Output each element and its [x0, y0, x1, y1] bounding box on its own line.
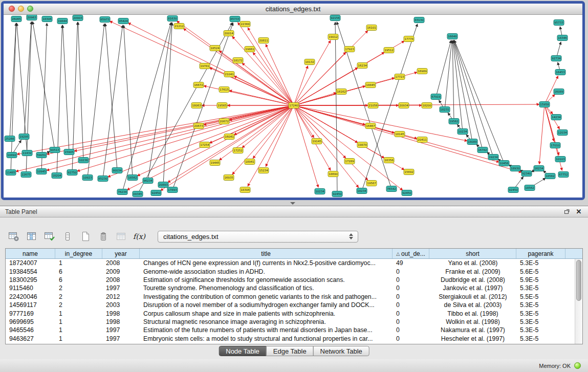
delete-table-icon[interactable] — [97, 230, 110, 243]
network-node[interactable]: 14234 — [551, 115, 561, 120]
scrollbar-thumb[interactable] — [576, 260, 581, 301]
network-node[interactable]: 17778 — [404, 36, 414, 42]
network-node[interactable]: 18231 — [440, 107, 450, 113]
network-node[interactable]: 18930 — [510, 166, 520, 171]
network-node[interactable]: 17723 — [395, 74, 405, 80]
network-node[interactable]: 18145 — [395, 132, 405, 137]
tab-node-table[interactable]: Node Table — [219, 346, 267, 356]
network-node[interactable]: 16467 — [365, 123, 376, 129]
network-node[interactable]: 17252 — [233, 148, 243, 154]
minimize-button[interactable] — [18, 6, 24, 12]
network-node[interactable]: 67752 — [558, 172, 569, 178]
network-node[interactable]: 92340 — [521, 171, 532, 177]
network-node[interactable]: 22368 — [240, 21, 250, 27]
network-node[interactable]: 18562 — [525, 185, 535, 191]
network-node[interactable]: 18306 — [42, 16, 52, 22]
network-node[interactable]: 18063 — [191, 103, 202, 108]
show-columns-icon[interactable] — [25, 230, 38, 243]
table-row[interactable]: 1872400712008Changes of HCN gene express… — [6, 259, 575, 267]
network-node[interactable]: 92450 — [151, 190, 161, 196]
network-node[interactable]: 85973 — [100, 17, 110, 23]
close-panel-icon[interactable]: ✕ — [575, 208, 583, 216]
zoom-button[interactable] — [27, 6, 33, 12]
network-node[interactable]: 10103 — [555, 157, 565, 162]
network-node[interactable]: 92450 — [332, 191, 342, 197]
network-node[interactable]: 95424 — [118, 18, 128, 24]
network-node[interactable]: 18204 — [52, 173, 62, 179]
network-node[interactable]: 17240 — [289, 103, 299, 108]
column-header-out_degree[interactable]: △out_de... — [393, 249, 429, 258]
network-node[interactable]: 15234 — [258, 168, 269, 173]
network-node[interactable]: 95733 — [554, 20, 564, 26]
network-node[interactable]: 92750 — [67, 170, 77, 176]
network-node[interactable]: 19445 — [210, 160, 220, 166]
network-node[interactable]: 18200 — [422, 103, 432, 108]
network-node[interactable]: 21041 — [224, 72, 234, 77]
network-node[interactable]: 18941 — [245, 159, 255, 165]
network-node[interactable]: 18172 — [233, 58, 243, 63]
column-icon[interactable] — [61, 230, 74, 243]
network-node[interactable]: 18845 — [365, 82, 376, 88]
network-node[interactable]: 19012 — [328, 34, 338, 40]
network-node[interactable]: 19565 — [217, 103, 227, 108]
network-node[interactable]: 16041 — [224, 134, 234, 140]
network-node[interactable]: 20903 — [73, 15, 83, 21]
table-row[interactable]: 911546021997Tourette syndrome. Phenomeno… — [6, 284, 575, 292]
network-node[interactable]: 81630 — [167, 16, 178, 21]
network-node[interactable]: 16672 — [193, 82, 204, 88]
network-node[interactable]: 19567 — [366, 181, 377, 186]
function-builder-icon[interactable]: f(x) — [133, 230, 146, 243]
network-node[interactable]: 19234 — [488, 155, 498, 160]
network-node[interactable]: 20963 — [27, 15, 37, 20]
float-panel-icon[interactable] — [562, 208, 571, 216]
network-node[interactable]: 21056 — [368, 103, 378, 108]
network-node[interactable]: 59051 — [36, 152, 47, 158]
network-node[interactable]: 15958 — [539, 102, 550, 107]
network-node[interactable]: 16101 — [366, 25, 377, 31]
network-node[interactable]: 17923 — [344, 47, 355, 52]
network-node[interactable]: 10234 — [458, 129, 468, 135]
network-node[interactable]: 16162 — [336, 89, 346, 95]
table-row[interactable]: 2242004622012Investigating the contribut… — [6, 293, 575, 301]
table-mode-icon[interactable] — [7, 230, 20, 243]
network-node[interactable]: 26065 — [11, 16, 21, 22]
network-node[interactable]: 18562 — [127, 175, 138, 181]
network-node[interactable]: 17289 — [344, 159, 355, 164]
network-node[interactable]: 17615 — [219, 87, 229, 93]
network-node[interactable]: 11432 — [22, 150, 32, 156]
tab-edge-table[interactable]: Edge Table — [266, 346, 314, 356]
network-node[interactable]: 19844 — [57, 18, 68, 24]
column-header-short[interactable]: short — [429, 249, 516, 258]
network-node[interactable]: 17254 — [200, 142, 210, 148]
network-node[interactable]: 18562 — [545, 173, 555, 179]
network-node[interactable]: 17010 — [550, 143, 560, 148]
network-node[interactable]: 16782 — [477, 147, 488, 153]
table-scrollbar[interactable] — [575, 259, 582, 344]
network-node[interactable]: 90034 — [112, 168, 122, 173]
network-node[interactable]: 15692 — [404, 169, 414, 175]
network-node[interactable]: 16089 — [554, 89, 564, 95]
network-node[interactable]: 92450 — [508, 187, 518, 193]
new-table-icon[interactable] — [79, 230, 92, 243]
network-node[interactable]: 96234 — [143, 178, 153, 184]
network-node[interactable]: 19861 — [245, 47, 255, 52]
tab-network-table[interactable]: Network Table — [313, 346, 369, 356]
network-node[interactable]: 17893 — [167, 187, 178, 193]
window-titlebar[interactable]: citations_edges.txt — [4, 4, 582, 15]
network-node[interactable]: 18690 — [328, 171, 338, 177]
network-node[interactable]: 85230 — [98, 176, 108, 182]
column-header-in_degree[interactable]: in_degree — [55, 249, 102, 258]
network-node[interactable]: 20411 — [417, 137, 427, 143]
network-node[interactable]: 16234 — [534, 166, 544, 171]
network-node[interactable]: 10945 — [36, 169, 47, 174]
network-node[interactable]: 16356 — [384, 158, 394, 163]
network-node[interactable]: 22675 — [21, 172, 31, 178]
network-node[interactable]: 20893 — [158, 182, 168, 188]
table-row[interactable]: 1456911722003Disruption of a novel membe… — [6, 301, 575, 309]
network-node[interactable]: 20673 — [193, 123, 204, 129]
network-node[interactable]: 20672 — [219, 119, 229, 124]
network-node[interactable]: 20014 — [224, 31, 234, 36]
network-node[interactable]: 92734 — [551, 56, 561, 61]
network-node[interactable]: 18306 — [240, 187, 250, 193]
network-node[interactable]: 18234 — [357, 188, 367, 194]
